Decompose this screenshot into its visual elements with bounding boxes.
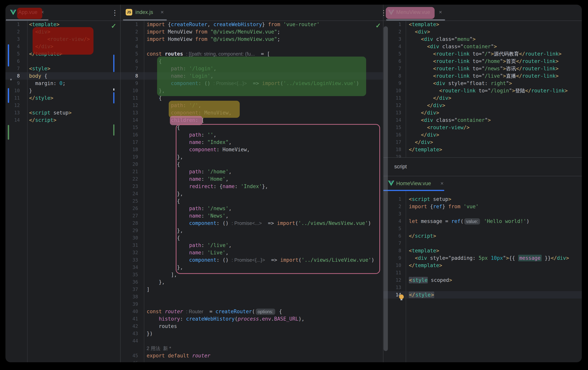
code-token: style="float: (445, 80, 491, 86)
close-icon[interactable]: × (41, 9, 44, 15)
code-token: : MenuView, (198, 110, 231, 116)
line-number: 9 (5, 80, 20, 87)
code-token: div (418, 255, 427, 261)
structure-label-script[interactable]: script (394, 164, 407, 170)
pane-divider[interactable] (383, 5, 383, 362)
code-token: } (442, 204, 448, 210)
code-token: message (518, 255, 542, 261)
code-token: BASE_URL (274, 316, 298, 322)
code-token (147, 117, 171, 123)
code-token: router-link (436, 73, 470, 79)
code-line: 4let message = ref(value: 'Hello world!'… (383, 218, 582, 225)
code-line: 5 <router-link to="/">源代码教育</router-link… (383, 50, 582, 58)
code-line: 36 }, (120, 278, 383, 286)
code-token: ) (368, 220, 371, 226)
code-line: 44 (120, 337, 383, 345)
code-token: { (276, 309, 282, 314)
code-line: 19 (383, 153, 582, 157)
code-line: 7 path: '/login', (120, 65, 383, 72)
code-token: div (557, 255, 566, 261)
code-token: < (29, 29, 38, 35)
line-number: 22 (120, 175, 138, 183)
line-number: 18 (120, 146, 138, 153)
line-number: 5 (383, 50, 401, 58)
code-token: </ (29, 117, 35, 123)
code-token: </ (409, 132, 427, 138)
line-number: 10 (383, 87, 401, 94)
line-number: 28 (120, 220, 138, 227)
editor-app-vue[interactable]: 1<template>2 <div>3 <router-view/>4 </di… (5, 20, 120, 362)
line-number: 15 (383, 124, 401, 131)
code-token: ( (235, 316, 238, 322)
line-number: 12 (383, 102, 401, 109)
line-number: 29 (120, 227, 138, 234)
code-line: 13 (383, 284, 582, 291)
code-token: " (503, 255, 506, 261)
code-token (147, 139, 189, 145)
code-line: 10 }, (120, 87, 383, 94)
code-token (147, 147, 189, 152)
ide-window: App.vue × ⋮ 1<template>2 <div>3 <router-… (5, 5, 582, 362)
close-icon[interactable]: × (441, 180, 443, 187)
code-token: </ (409, 139, 421, 145)
editor-index-js[interactable]: 1import {createRouter, createWebHistory}… (120, 20, 383, 362)
code-token: 登陆 (515, 88, 525, 94)
line-number: 43 (120, 330, 138, 337)
code-line: 11 </div> (383, 94, 582, 102)
code-token: from (195, 29, 207, 35)
code-line: 16 path: '', (120, 131, 383, 139)
close-icon[interactable]: × (439, 9, 442, 15)
code-token: > (436, 21, 439, 27)
line-number: 2 (383, 203, 401, 210)
code-token (147, 183, 189, 189)
tab-index-js[interactable]: index.js (135, 9, 153, 15)
code-token: routes (162, 51, 186, 57)
code-token: 'vue' (460, 204, 479, 210)
code-token: , (226, 176, 229, 182)
code-token: > (50, 95, 53, 101)
code-token: > (47, 29, 50, 35)
code-token: 首页 (506, 58, 516, 64)
code-token: : (201, 139, 207, 145)
line-number: 10 (5, 87, 20, 94)
code-token: '/home' (207, 169, 229, 175)
tab-app-vue[interactable]: App.vue (18, 9, 37, 15)
code-token: padding: (451, 255, 479, 261)
code-token: ; (63, 80, 65, 86)
code-token: style=" (427, 255, 451, 261)
code-token: { (165, 21, 171, 27)
close-icon[interactable]: × (161, 9, 164, 15)
tab-menuview-vue[interactable]: MenuView.vue (396, 9, 430, 15)
code-token: 2 用法 新 * (147, 346, 171, 351)
line-number: 41 (120, 315, 138, 322)
code-token: > (488, 117, 491, 123)
code-token: "@/views/HomeView.vue" (207, 36, 277, 42)
line-number: 17 (120, 139, 138, 146)
code-line: 40const router : Router = createRouter(o… (120, 308, 383, 315)
code-line: 8body { (5, 72, 120, 80)
line-number: 39 (120, 300, 138, 308)
code-token (147, 257, 189, 263)
editor-menuview-vue[interactable]: 1<template>2 <div>3 <div class="menu">4 … (383, 20, 582, 157)
code-token: div (427, 110, 436, 116)
code-token: children (171, 117, 195, 123)
line-number: 37 (120, 286, 138, 293)
pane-divider[interactable] (120, 5, 121, 362)
line-number: 10 (383, 262, 401, 269)
code-token: message = (418, 218, 451, 224)
code-token: '../views/LoginView.vue' (283, 80, 356, 86)
code-token: to=" (475, 88, 491, 94)
line-number: 8 (120, 72, 138, 80)
code-line: 27 name: 'News', (120, 212, 383, 220)
line-number: 44 (120, 337, 138, 345)
code-token: : (183, 66, 189, 71)
tab-homeview-vue[interactable]: HomeView.vue (396, 180, 431, 187)
editor-homeview-vue[interactable]: 1<script setup>2import {ref} from 'vue'3… (383, 191, 582, 362)
code-token: '../views/NewsView.vue' (298, 220, 368, 226)
code-token: < (409, 44, 430, 50)
code-token (147, 80, 171, 86)
code-token: < (409, 73, 436, 79)
kebab-menu-icon[interactable]: ⋮ (111, 9, 118, 16)
code-token: style (32, 66, 47, 71)
code-token: : (201, 242, 207, 248)
